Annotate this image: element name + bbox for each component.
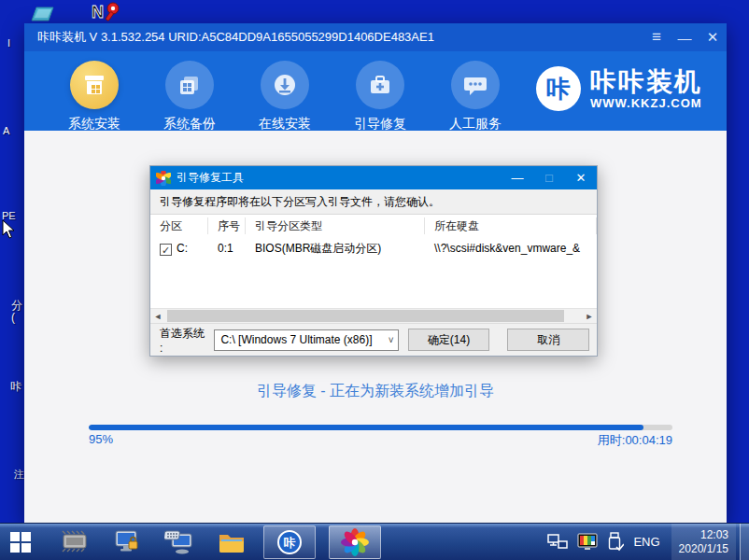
- folder-icon: [218, 528, 246, 556]
- close-button[interactable]: ✕: [699, 23, 727, 51]
- preferred-system-label: 首选系统 :: [160, 326, 210, 355]
- system-backup-icon: [165, 61, 214, 109]
- dialog-footer: 首选系统 : C:\ [Windows 7 Ultimate (x86)] ˅ …: [150, 323, 597, 356]
- show-desktop-button[interactable]: [740, 524, 749, 560]
- clock[interactable]: 12:03 2020/1/15: [671, 524, 736, 560]
- mouse-cursor: [2, 219, 16, 244]
- system-install-icon: [70, 61, 119, 109]
- dialog-minimize-button[interactable]: —: [502, 166, 533, 189]
- taskbar-app-boot-repair[interactable]: [329, 525, 381, 559]
- brand-url: WWW.KKZJ.COM: [590, 96, 702, 110]
- dialog-close-button[interactable]: ✕: [565, 166, 597, 189]
- kaka-app-icon: 咔: [276, 528, 304, 556]
- nav-label: 人工服务: [449, 116, 502, 133]
- taskbar-item-unlocker[interactable]: [108, 524, 146, 560]
- nav-label: 在线安装: [259, 116, 311, 133]
- cell-index: 0:1: [208, 240, 246, 257]
- scroll-left-arrow[interactable]: ◄: [150, 309, 165, 323]
- cell-disk: \\?\scsi#disk&ven_vmware_&: [425, 240, 597, 257]
- dialog-message: 引导修复程序即将在以下分区写入引导文件，请您确认。: [150, 189, 597, 215]
- windows-logo-icon: [9, 531, 32, 553]
- clock-date: 2020/1/15: [679, 542, 728, 556]
- boot-repair-dialog: 引导修复工具 — □ ✕ 引导修复程序即将在以下分区写入引导文件，请您确认。 分…: [149, 165, 598, 357]
- cell-type: BIOS(MBR磁盘启动分区): [246, 240, 425, 257]
- boot-repair-icon: [356, 61, 404, 109]
- preferred-system-dropdown[interactable]: C:\ [Windows 7 Ultimate (x86)] ˅: [214, 329, 398, 351]
- progress-bar-fill: [89, 425, 643, 430]
- window-titlebar[interactable]: 咔咔装机 V 3.1.532.254 URID:A5C84DD9A1655055…: [24, 23, 727, 51]
- brand-logo: 咔 咔咔装机 WWW.KKZJ.COM: [536, 66, 702, 111]
- cancel-button[interactable]: 取消: [507, 329, 589, 351]
- nav-label: 系统备份: [163, 116, 216, 133]
- language-indicator[interactable]: ENG: [633, 535, 659, 549]
- status-text: 引导修复 - 正在为新装系统增加引导: [24, 382, 727, 401]
- ntpw-key-icon: N: [91, 1, 122, 23]
- desktop-label-fragment: A: [3, 125, 9, 137]
- computer-display-icon: [31, 6, 55, 24]
- desktop-label-fragment: 注: [14, 469, 24, 481]
- table-header-row: 分区 序号 引导分区类型 所在硬盘: [150, 215, 597, 237]
- svg-text:咔: 咔: [284, 536, 296, 550]
- brand-name: 咔咔装机: [590, 68, 702, 96]
- clock-time: 12:03: [679, 528, 728, 542]
- manual-service-icon: [451, 61, 500, 109]
- keyboard-monitor-icon: [164, 528, 194, 556]
- nav-item-boot-repair[interactable]: 引导修复: [332, 61, 428, 133]
- desktop-label-fragment: 分 (: [11, 300, 22, 324]
- window-title: 咔咔装机 V 3.1.532.254 URID:A5C84DD9A1655055…: [37, 29, 434, 46]
- nav-item-system-backup[interactable]: 系统备份: [142, 61, 237, 133]
- col-header-disk: 所在硬盘: [425, 217, 597, 234]
- start-button[interactable]: [0, 524, 41, 560]
- taskbar-item-input-tool[interactable]: [161, 524, 198, 560]
- scrollbar-track[interactable]: [165, 309, 582, 323]
- taskbar-item-memory-tool[interactable]: [56, 524, 93, 560]
- dialog-maximize-button[interactable]: □: [533, 166, 565, 189]
- progress-percent: 95%: [89, 432, 113, 449]
- display-settings-tray-icon[interactable]: [577, 533, 598, 552]
- nav-item-manual-service[interactable]: 人工服务: [428, 61, 523, 133]
- elapsed-time: 用时:00:04:19: [598, 432, 672, 449]
- nav-item-online-install[interactable]: 在线安装: [237, 61, 332, 133]
- usb-tray-icon[interactable]: [607, 532, 624, 553]
- progress-bar: [89, 425, 672, 430]
- chevron-down-icon: ˅: [389, 335, 394, 345]
- svg-text:N: N: [92, 3, 104, 21]
- memory-chip-icon: [61, 528, 89, 556]
- taskbar: 咔: [0, 523, 749, 560]
- nav-item-system-install[interactable]: 系统安装: [47, 61, 142, 133]
- pinwheel-icon: [156, 171, 171, 186]
- brand-circle-icon: 咔: [536, 66, 581, 111]
- scroll-right-arrow[interactable]: ►: [582, 309, 597, 323]
- horizontal-scrollbar[interactable]: ◄ ►: [150, 308, 597, 323]
- nav-label: 系统安装: [68, 116, 120, 133]
- table-row[interactable]: ✓C: 0:1 BIOS(MBR磁盘启动分区) \\?\scsi#disk&ve…: [150, 237, 597, 259]
- col-header-partition: 分区: [150, 217, 208, 234]
- col-header-index: 序号: [208, 217, 246, 234]
- desktop-label-fragment: I: [7, 37, 10, 49]
- network-tray-icon[interactable]: [547, 534, 568, 551]
- partition-table: 分区 序号 引导分区类型 所在硬盘 ✓C: 0:1 BIOS(MBR磁盘启动分区…: [150, 215, 597, 308]
- pinwheel-app-icon: [341, 528, 369, 556]
- monitor-lock-icon: [113, 528, 141, 556]
- scrollbar-thumb[interactable]: [167, 310, 564, 322]
- dialog-titlebar[interactable]: 引导修复工具 — □ ✕: [150, 166, 597, 189]
- dialog-title: 引导修复工具: [177, 170, 244, 186]
- taskbar-item-file-explorer[interactable]: [213, 524, 250, 560]
- nav-bar: 系统安装 系统备份: [24, 51, 727, 131]
- col-header-type: 引导分区类型: [246, 217, 425, 234]
- taskbar-app-kaka[interactable]: 咔: [263, 525, 316, 559]
- desktop-label-fragment: 咔: [10, 381, 21, 393]
- partition-checkbox[interactable]: ✓: [160, 244, 172, 256]
- menu-button[interactable]: ≡: [643, 23, 671, 51]
- cell-partition: C:: [177, 242, 188, 255]
- dropdown-value: C:\ [Windows 7 Ultimate (x86)]: [220, 333, 388, 346]
- minimize-button[interactable]: —: [671, 23, 699, 51]
- nav-label: 引导修复: [354, 116, 406, 133]
- system-tray: ENG 12:03 2020/1/15: [547, 524, 749, 560]
- ok-button[interactable]: 确定(14): [408, 329, 490, 351]
- kaka-main-window: 咔咔装机 V 3.1.532.254 URID:A5C84DD9A1655055…: [24, 23, 727, 523]
- online-install-icon: [261, 61, 309, 109]
